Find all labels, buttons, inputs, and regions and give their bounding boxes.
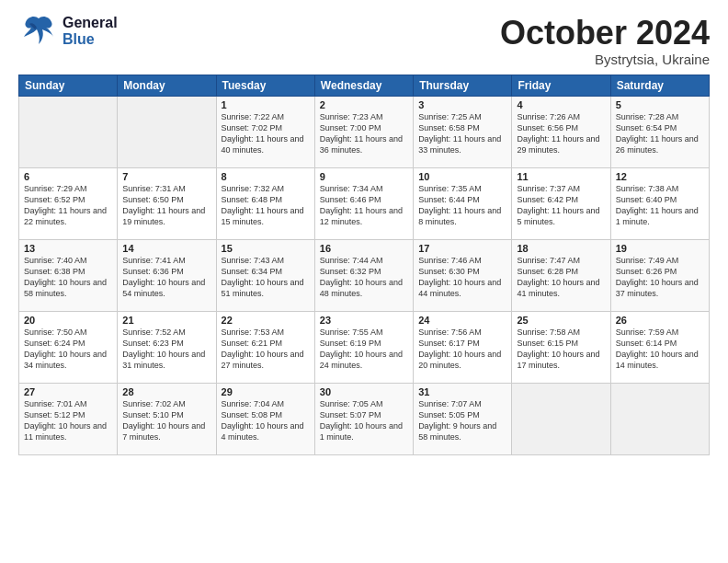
- day-info: Sunrise: 7:22 AMSunset: 7:02 PMDaylight:…: [222, 112, 304, 155]
- day-number: 3: [418, 99, 506, 110]
- day-info: Sunrise: 7:28 AMSunset: 6:54 PMDaylight:…: [616, 112, 699, 155]
- table-row: 2Sunrise: 7:23 AMSunset: 7:00 PMDaylight…: [314, 96, 413, 167]
- col-wednesday: Wednesday: [314, 75, 413, 96]
- table-row: 6Sunrise: 7:29 AMSunset: 6:52 PMDaylight…: [19, 167, 118, 239]
- day-info: Sunrise: 7:05 AMSunset: 5:07 PMDaylight:…: [320, 399, 403, 442]
- day-number: 10: [418, 171, 506, 182]
- logo-general: General: [63, 15, 118, 31]
- day-info: Sunrise: 7:29 AMSunset: 6:52 PMDaylight:…: [24, 184, 107, 226]
- day-number: 19: [616, 243, 704, 254]
- calendar-week-row: 27Sunrise: 7:01 AMSunset: 5:12 PMDayligh…: [19, 383, 710, 454]
- day-number: 14: [122, 243, 210, 254]
- day-info: Sunrise: 7:52 AMSunset: 6:23 PMDaylight:…: [122, 327, 205, 370]
- day-info: Sunrise: 7:23 AMSunset: 7:00 PMDaylight:…: [320, 112, 403, 155]
- day-info: Sunrise: 7:41 AMSunset: 6:36 PMDaylight:…: [122, 256, 205, 298]
- day-number: 7: [122, 171, 210, 182]
- day-number: 24: [418, 315, 506, 326]
- logo: General Blue: [18, 15, 118, 48]
- day-info: Sunrise: 7:25 AMSunset: 6:58 PMDaylight:…: [418, 112, 501, 155]
- calendar-week-row: 20Sunrise: 7:50 AMSunset: 6:24 PMDayligh…: [19, 311, 710, 383]
- day-info: Sunrise: 7:56 AMSunset: 6:17 PMDaylight:…: [418, 327, 501, 370]
- table-row: 12Sunrise: 7:38 AMSunset: 6:40 PMDayligh…: [610, 167, 709, 239]
- day-number: 28: [122, 386, 210, 397]
- day-info: Sunrise: 7:47 AMSunset: 6:28 PMDaylight:…: [517, 256, 599, 298]
- table-row: 17Sunrise: 7:46 AMSunset: 6:30 PMDayligh…: [414, 239, 512, 311]
- day-info: Sunrise: 7:34 AMSunset: 6:46 PMDaylight:…: [320, 184, 403, 226]
- day-number: 13: [24, 243, 112, 254]
- table-row: 18Sunrise: 7:47 AMSunset: 6:28 PMDayligh…: [512, 239, 610, 311]
- table-row: 9Sunrise: 7:34 AMSunset: 6:46 PMDaylight…: [314, 167, 413, 239]
- table-row: 4Sunrise: 7:26 AMSunset: 6:56 PMDaylight…: [512, 96, 610, 167]
- day-number: 17: [418, 243, 506, 254]
- table-row: 23Sunrise: 7:55 AMSunset: 6:19 PMDayligh…: [314, 311, 413, 383]
- table-row: 21Sunrise: 7:52 AMSunset: 6:23 PMDayligh…: [118, 311, 216, 383]
- table-row: 27Sunrise: 7:01 AMSunset: 5:12 PMDayligh…: [19, 383, 118, 454]
- calendar-header-row: Sunday Monday Tuesday Wednesday Thursday…: [19, 75, 710, 96]
- table-row: 29Sunrise: 7:04 AMSunset: 5:08 PMDayligh…: [216, 383, 314, 454]
- table-row: [19, 96, 118, 167]
- title-block: October 2024 Bystrytsia, Ukraine: [500, 15, 710, 67]
- logo-bird-icon: [18, 15, 59, 48]
- day-number: 4: [517, 99, 605, 110]
- table-row: 31Sunrise: 7:07 AMSunset: 5:05 PMDayligh…: [414, 383, 512, 454]
- day-info: Sunrise: 7:55 AMSunset: 6:19 PMDaylight:…: [320, 327, 403, 370]
- logo-text: General Blue: [63, 15, 118, 47]
- col-thursday: Thursday: [414, 75, 512, 96]
- calendar-table: Sunday Monday Tuesday Wednesday Thursday…: [18, 75, 710, 455]
- day-info: Sunrise: 7:26 AMSunset: 6:56 PMDaylight:…: [517, 112, 599, 155]
- table-row: 28Sunrise: 7:02 AMSunset: 5:10 PMDayligh…: [118, 383, 216, 454]
- day-info: Sunrise: 7:07 AMSunset: 5:05 PMDaylight:…: [418, 399, 496, 442]
- table-row: 30Sunrise: 7:05 AMSunset: 5:07 PMDayligh…: [314, 383, 413, 454]
- col-saturday: Saturday: [610, 75, 709, 96]
- day-number: 22: [222, 315, 310, 326]
- day-number: 31: [418, 386, 506, 397]
- table-row: 24Sunrise: 7:56 AMSunset: 6:17 PMDayligh…: [414, 311, 512, 383]
- table-row: 7Sunrise: 7:31 AMSunset: 6:50 PMDaylight…: [118, 167, 216, 239]
- table-row: 8Sunrise: 7:32 AMSunset: 6:48 PMDaylight…: [216, 167, 314, 239]
- day-number: 25: [517, 315, 605, 326]
- day-number: 26: [616, 315, 704, 326]
- day-number: 12: [616, 171, 704, 182]
- table-row: 11Sunrise: 7:37 AMSunset: 6:42 PMDayligh…: [512, 167, 610, 239]
- day-info: Sunrise: 7:31 AMSunset: 6:50 PMDaylight:…: [122, 184, 205, 226]
- table-row: 25Sunrise: 7:58 AMSunset: 6:15 PMDayligh…: [512, 311, 610, 383]
- day-number: 8: [222, 171, 310, 182]
- day-number: 16: [320, 243, 408, 254]
- col-monday: Monday: [118, 75, 216, 96]
- day-number: 9: [320, 171, 408, 182]
- day-number: 23: [320, 315, 408, 326]
- table-row: [610, 383, 709, 454]
- day-info: Sunrise: 7:01 AMSunset: 5:12 PMDaylight:…: [24, 399, 107, 442]
- calendar-location: Bystrytsia, Ukraine: [500, 52, 710, 67]
- day-info: Sunrise: 7:43 AMSunset: 6:34 PMDaylight:…: [222, 256, 304, 298]
- table-row: 5Sunrise: 7:28 AMSunset: 6:54 PMDaylight…: [610, 96, 709, 167]
- day-number: 15: [222, 243, 310, 254]
- day-number: 18: [517, 243, 605, 254]
- table-row: 3Sunrise: 7:25 AMSunset: 6:58 PMDaylight…: [414, 96, 512, 167]
- table-row: 16Sunrise: 7:44 AMSunset: 6:32 PMDayligh…: [314, 239, 413, 311]
- day-number: 6: [24, 171, 112, 182]
- day-number: 29: [222, 386, 310, 397]
- day-number: 5: [616, 99, 704, 110]
- logo-blue: Blue: [63, 31, 118, 48]
- day-number: 30: [320, 386, 408, 397]
- col-tuesday: Tuesday: [216, 75, 314, 96]
- day-info: Sunrise: 7:59 AMSunset: 6:14 PMDaylight:…: [616, 327, 699, 370]
- day-info: Sunrise: 7:38 AMSunset: 6:40 PMDaylight:…: [616, 184, 699, 226]
- day-info: Sunrise: 7:40 AMSunset: 6:38 PMDaylight:…: [24, 256, 107, 298]
- day-info: Sunrise: 7:53 AMSunset: 6:21 PMDaylight:…: [222, 327, 304, 370]
- table-row: 1Sunrise: 7:22 AMSunset: 7:02 PMDaylight…: [216, 96, 314, 167]
- day-info: Sunrise: 7:46 AMSunset: 6:30 PMDaylight:…: [418, 256, 501, 298]
- table-row: [118, 96, 216, 167]
- table-row: [512, 383, 610, 454]
- col-friday: Friday: [512, 75, 610, 96]
- day-info: Sunrise: 7:04 AMSunset: 5:08 PMDaylight:…: [222, 399, 304, 442]
- day-info: Sunrise: 7:32 AMSunset: 6:48 PMDaylight:…: [222, 184, 304, 226]
- calendar-week-row: 1Sunrise: 7:22 AMSunset: 7:02 PMDaylight…: [19, 96, 710, 167]
- day-number: 2: [320, 99, 408, 110]
- day-info: Sunrise: 7:44 AMSunset: 6:32 PMDaylight:…: [320, 256, 403, 298]
- day-info: Sunrise: 7:58 AMSunset: 6:15 PMDaylight:…: [517, 327, 599, 370]
- table-row: 13Sunrise: 7:40 AMSunset: 6:38 PMDayligh…: [19, 239, 118, 311]
- table-row: 10Sunrise: 7:35 AMSunset: 6:44 PMDayligh…: [414, 167, 512, 239]
- day-info: Sunrise: 7:02 AMSunset: 5:10 PMDaylight:…: [122, 399, 205, 442]
